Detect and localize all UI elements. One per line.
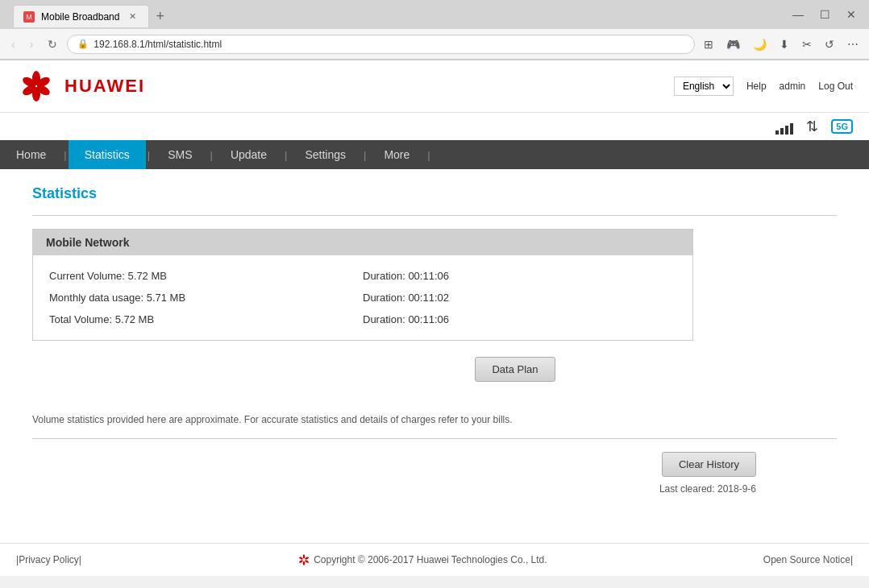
stats-row-total: Total Volume: 5.72 MB Duration: 00:11:06 xyxy=(49,308,676,330)
close-window-button[interactable]: ✕ xyxy=(840,6,863,23)
page-footer: | Privacy Policy | Copyright © 2006-2017… xyxy=(0,543,869,576)
page-container: HUAWEI English 中文 Help admin Log Out ⇅ 5… xyxy=(0,60,869,576)
last-cleared-text: Last cleared: 2018-9-6 xyxy=(659,483,756,495)
stats-body: Current Volume: 5.72 MB Duration: 00:11:… xyxy=(33,255,692,340)
signal-bar-1 xyxy=(775,130,779,135)
svg-point-9 xyxy=(303,561,306,565)
browser-titlebar: M Mobile Broadband ✕ + — ☐ ✕ xyxy=(0,0,869,29)
monthly-usage-label: Monthly data usage: xyxy=(49,292,147,304)
svg-point-7 xyxy=(305,557,310,561)
nav-item-home[interactable]: Home xyxy=(0,140,62,169)
clear-history-section: Clear History Last cleared: 2018-9-6 xyxy=(32,452,756,495)
clear-history-button[interactable]: Clear History xyxy=(662,452,756,477)
network-type-badge: 5G xyxy=(831,119,853,134)
total-volume-label: Total Volume: xyxy=(49,313,115,325)
more-options-button[interactable]: ⋯ xyxy=(843,35,863,53)
current-duration-cell: Duration: 00:11:06 xyxy=(363,270,676,282)
footer-huawei-logo xyxy=(297,553,310,566)
privacy-policy-link[interactable]: Privacy Policy xyxy=(19,554,79,565)
logo-text: HUAWEI xyxy=(64,76,145,97)
browser-toolbar: ‹ › ↻ 🔒 192.168.8.1/html/statistic.html … xyxy=(0,29,869,60)
footer-separator-far-right: | xyxy=(850,554,853,565)
signal-bar-2 xyxy=(780,128,784,135)
stats-container: Mobile Network Current Volume: 5.72 MB D… xyxy=(32,229,693,341)
tab-favicon: M xyxy=(23,11,35,23)
nav-item-statistics[interactable]: Statistics xyxy=(69,140,146,169)
header-right: English 中文 Help admin Log Out xyxy=(674,77,853,96)
svg-point-6 xyxy=(303,554,306,558)
address-text: 192.168.8.1/html/statistic.html xyxy=(94,39,684,50)
window-controls: — ☐ ✕ xyxy=(786,6,863,23)
toolbar-icons: ⊞ 🎮 🌙 ⬇ ✂ ↺ ⋯ xyxy=(700,35,863,53)
svg-point-11 xyxy=(299,557,304,561)
nav-item-sms[interactable]: SMS xyxy=(152,140,208,169)
monthly-duration-cell: Duration: 00:11:02 xyxy=(363,292,676,304)
current-duration-value: 00:11:06 xyxy=(408,270,449,282)
bottom-divider xyxy=(32,438,837,439)
tab-title: Mobile Broadband xyxy=(41,11,119,23)
browser-tab[interactable]: M Mobile Broadband ✕ xyxy=(13,5,149,27)
nav-sep-1: | xyxy=(62,149,68,161)
maximize-button[interactable]: ☐ xyxy=(813,6,837,23)
total-duration-cell: Duration: 00:11:06 xyxy=(363,313,676,325)
volume-notice: Volume statistics provided here are appr… xyxy=(32,414,837,425)
footer-copyright-area: Copyright © 2006-2017 Huawei Technologie… xyxy=(81,553,763,566)
total-duration-label: Duration: xyxy=(363,313,408,325)
nav-sep-2: | xyxy=(146,149,152,161)
current-duration-label: Duration: xyxy=(363,270,408,282)
nav-sep-3: | xyxy=(209,149,214,161)
total-duration-value: 00:11:06 xyxy=(408,313,449,325)
monthly-usage-value: 5.71 MB xyxy=(147,292,185,304)
huawei-logo: HUAWEI xyxy=(16,70,145,102)
help-link[interactable]: Help xyxy=(746,81,767,92)
current-volume-value: 5.72 MB xyxy=(128,270,167,282)
huawei-logo-icon xyxy=(16,70,56,102)
current-volume-label-cell: Current Volume: 5.72 MB xyxy=(49,270,363,282)
undo-button[interactable]: ↺ xyxy=(821,35,838,53)
monthly-usage-label-cell: Monthly data usage: 5.71 MB xyxy=(49,292,363,304)
language-selector[interactable]: English 中文 xyxy=(674,77,734,96)
current-volume-label: Current Volume: xyxy=(49,270,128,282)
signal-strength-icon xyxy=(775,118,793,135)
page-title: Statistics xyxy=(32,185,837,202)
data-plan-button[interactable]: Data Plan xyxy=(475,357,555,382)
minimize-button[interactable]: — xyxy=(786,6,810,23)
address-bar[interactable]: 🔒 192.168.8.1/html/statistic.html xyxy=(67,35,695,54)
dark-mode-button[interactable]: 🌙 xyxy=(749,35,771,53)
address-bar-icon: 🔒 xyxy=(77,39,89,49)
extensions-button[interactable]: ⊞ xyxy=(700,35,717,53)
nav-item-update[interactable]: Update xyxy=(214,140,283,169)
status-icons-bar: ⇅ 5G xyxy=(0,113,869,140)
stats-row-current-volume: Current Volume: 5.72 MB Duration: 00:11:… xyxy=(49,265,676,287)
refresh-button[interactable]: ↻ xyxy=(43,35,62,53)
forward-button[interactable]: › xyxy=(25,35,39,53)
footer-copyright: Copyright © 2006-2017 Huawei Technologie… xyxy=(314,554,547,565)
open-source-notice-link[interactable]: Open Source Notice xyxy=(763,554,850,565)
total-volume-value: 5.72 MB xyxy=(115,313,154,325)
logout-link[interactable]: Log Out xyxy=(818,81,853,92)
nav-sep-6: | xyxy=(426,149,431,161)
svg-point-10 xyxy=(299,560,304,564)
main-navigation: Home | Statistics | SMS | Update | Setti… xyxy=(0,140,869,169)
page-header: HUAWEI English 中文 Help admin Log Out xyxy=(0,60,869,113)
stats-row-monthly: Monthly data usage: 5.71 MB Duration: 00… xyxy=(49,287,676,308)
monthly-duration-value: 00:11:02 xyxy=(408,292,449,304)
profile-button[interactable]: 🎮 xyxy=(722,35,744,53)
scissors-button[interactable]: ✂ xyxy=(798,35,816,53)
downloads-button[interactable]: ⬇ xyxy=(775,35,793,53)
data-plan-section: Data Plan xyxy=(32,357,837,398)
new-tab-button[interactable]: + xyxy=(149,5,171,27)
browser-chrome: M Mobile Broadband ✕ + — ☐ ✕ ‹ › ↻ 🔒 192… xyxy=(0,0,869,60)
tab-close-button[interactable]: ✕ xyxy=(126,10,139,23)
monthly-duration-label: Duration: xyxy=(363,292,408,304)
admin-label: admin xyxy=(780,81,806,92)
svg-point-8 xyxy=(305,560,310,564)
nav-item-more[interactable]: More xyxy=(368,140,426,169)
back-button[interactable]: ‹ xyxy=(6,35,20,53)
nav-item-settings[interactable]: Settings xyxy=(289,140,362,169)
signal-bar-4 xyxy=(790,123,793,135)
signal-bar-3 xyxy=(785,126,788,135)
last-cleared-label: Last cleared: xyxy=(659,483,715,495)
nav-sep-4: | xyxy=(283,149,289,161)
main-content: Statistics Mobile Network Current Volume… xyxy=(0,169,869,511)
